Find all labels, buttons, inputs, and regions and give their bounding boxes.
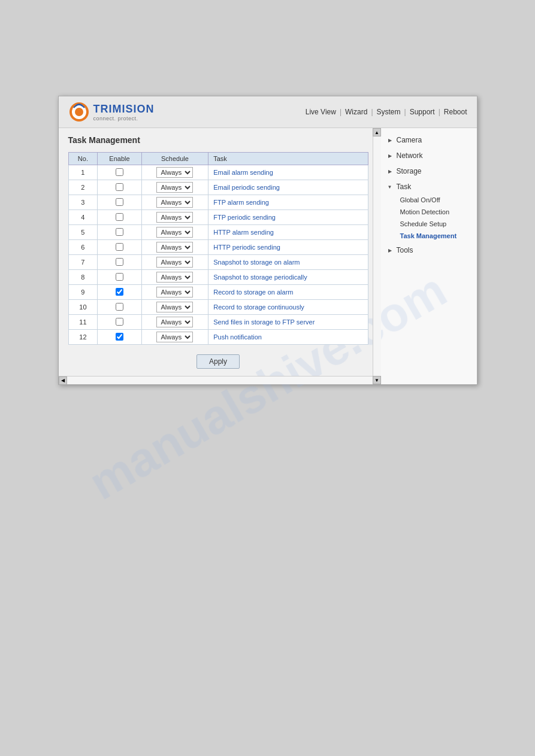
scroll-track: [373, 136, 381, 376]
cell-no: 3: [68, 195, 98, 210]
task-link-1[interactable]: Email alarm sending: [213, 169, 273, 176]
cell-schedule: Always: [141, 240, 208, 255]
task-table: No. Enable Schedule Task 1AlwaysEmail al…: [68, 152, 368, 345]
cell-schedule: Always: [141, 300, 208, 315]
enable-checkbox-2[interactable]: [116, 183, 123, 191]
table-row: 4AlwaysFTP periodic sending: [68, 210, 368, 225]
cell-task: Email periodic sending: [208, 180, 368, 195]
sidebar-item-global-onoff[interactable]: Global On/Off: [395, 194, 477, 206]
nav-support[interactable]: Support: [410, 108, 435, 116]
sidebar-header-storage[interactable]: ▶Storage: [381, 164, 477, 178]
logo-icon: [68, 101, 90, 123]
cell-task: Snapshot to storage on alarm: [208, 255, 368, 270]
sidebar-label-camera: Camera: [397, 136, 422, 144]
task-link-12[interactable]: Push notification: [213, 333, 262, 341]
nav-wizard[interactable]: Wizard: [345, 108, 367, 116]
scroll-left-button[interactable]: ◀: [59, 377, 67, 385]
schedule-select-12[interactable]: Always: [156, 332, 193, 342]
enable-checkbox-5[interactable]: [116, 228, 123, 236]
schedule-select-11[interactable]: Always: [156, 317, 193, 327]
schedule-select-7[interactable]: Always: [156, 257, 193, 268]
schedule-select-9[interactable]: Always: [156, 287, 193, 297]
sidebar-header-network[interactable]: ▶Network: [381, 148, 477, 163]
table-row: 3AlwaysFTP alarm sending: [68, 195, 368, 210]
table-row: 1AlwaysEmail alarm sending: [68, 165, 368, 180]
cell-enable: [98, 210, 141, 225]
cell-schedule: Always: [141, 210, 208, 225]
cell-enable: [98, 225, 141, 240]
schedule-select-10[interactable]: Always: [156, 302, 193, 312]
sidebar-header-tools[interactable]: ▶Tools: [381, 243, 477, 257]
scroll-up-button[interactable]: ▲: [373, 128, 381, 136]
task-link-8[interactable]: Snapshot to storage periodically: [213, 274, 307, 281]
table-row: 2AlwaysEmail periodic sending: [68, 180, 368, 195]
enable-checkbox-7[interactable]: [116, 258, 123, 266]
enable-checkbox-3[interactable]: [116, 198, 123, 206]
cell-schedule: Always: [141, 270, 208, 285]
cell-schedule: Always: [141, 195, 208, 210]
task-link-5[interactable]: HTTP alarm sending: [213, 229, 274, 236]
enable-checkbox-10[interactable]: [116, 303, 123, 311]
h-scroll-track: [67, 377, 373, 384]
schedule-select-1[interactable]: Always: [156, 167, 193, 178]
schedule-select-8[interactable]: Always: [156, 272, 193, 283]
sidebar-item-motion-detection[interactable]: Motion Detection: [395, 206, 477, 218]
cell-no: 6: [68, 240, 98, 255]
vertical-scrollbar[interactable]: ▲ ▼: [373, 128, 381, 384]
cell-enable: [98, 330, 141, 345]
enable-checkbox-1[interactable]: [116, 168, 123, 176]
cell-enable: [98, 180, 141, 195]
sidebar-header-task[interactable]: ▼Task: [381, 180, 477, 194]
enable-checkbox-6[interactable]: [116, 243, 123, 251]
task-link-3[interactable]: FTP alarm sending: [213, 199, 269, 206]
svg-point-2: [75, 108, 83, 116]
schedule-select-4[interactable]: Always: [156, 212, 193, 223]
scroll-down-button[interactable]: ▼: [373, 376, 381, 384]
schedule-select-5[interactable]: Always: [156, 227, 193, 238]
cell-no: 12: [68, 330, 98, 345]
schedule-select-2[interactable]: Always: [156, 182, 193, 193]
table-row: 5AlwaysHTTP alarm sending: [68, 225, 368, 240]
sidebar: ▶Camera▶Network▶Storage▼TaskGlobal On/Of…: [381, 128, 477, 384]
cell-no: 5: [68, 225, 98, 240]
logo-brand: TRIMISION: [93, 103, 155, 116]
table-row: 11AlwaysSend files in storage to FTP ser…: [68, 315, 368, 330]
nav-reboot[interactable]: Reboot: [444, 108, 467, 116]
cell-no: 10: [68, 300, 98, 315]
sidebar-item-task-management[interactable]: Task Management: [395, 230, 477, 242]
cell-task: HTTP periodic sending: [208, 240, 368, 255]
task-link-9[interactable]: Record to storage on alarm: [213, 289, 293, 296]
apply-row: Apply: [68, 354, 368, 369]
cell-no: 4: [68, 210, 98, 225]
apply-button[interactable]: Apply: [197, 354, 240, 369]
schedule-select-3[interactable]: Always: [156, 197, 193, 208]
cell-schedule: Always: [141, 225, 208, 240]
horizontal-scrollbar[interactable]: ◀ ▶: [59, 376, 381, 384]
nav-system[interactable]: System: [377, 108, 401, 116]
arrow-down-icon: ▼: [387, 184, 393, 190]
app-window: TRIMISION connect. protect. Live View | …: [58, 96, 477, 385]
enable-checkbox-9[interactable]: [116, 288, 123, 296]
sidebar-section-network: ▶Network: [381, 148, 477, 163]
enable-checkbox-8[interactable]: [116, 273, 123, 281]
task-link-2[interactable]: Email periodic sending: [213, 184, 280, 191]
task-link-7[interactable]: Snapshot to storage on alarm: [213, 259, 300, 266]
nav-liveview[interactable]: Live View: [306, 108, 336, 116]
task-link-4[interactable]: FTP periodic sending: [213, 214, 276, 221]
col-header-task: Task: [208, 153, 368, 165]
cell-task: Send files in storage to FTP server: [208, 315, 368, 330]
sidebar-item-schedule-setup[interactable]: Schedule Setup: [395, 218, 477, 230]
logo-area: TRIMISION connect. protect.: [68, 101, 155, 123]
schedule-select-6[interactable]: Always: [156, 242, 193, 253]
task-link-11[interactable]: Send files in storage to FTP server: [213, 318, 315, 326]
enable-checkbox-12[interactable]: [116, 333, 123, 341]
sidebar-header-camera[interactable]: ▶Camera: [381, 133, 477, 147]
cell-task: Snapshot to storage periodically: [208, 270, 368, 285]
enable-checkbox-11[interactable]: [116, 318, 123, 326]
arrow-right-icon: ▶: [387, 168, 393, 174]
sidebar-section-task: ▼TaskGlobal On/OffMotion DetectionSchedu…: [381, 180, 477, 242]
task-link-10[interactable]: Record to storage continuously: [213, 303, 304, 311]
enable-checkbox-4[interactable]: [116, 213, 123, 221]
task-link-6[interactable]: HTTP periodic sending: [213, 244, 280, 251]
cell-schedule: Always: [141, 330, 208, 345]
